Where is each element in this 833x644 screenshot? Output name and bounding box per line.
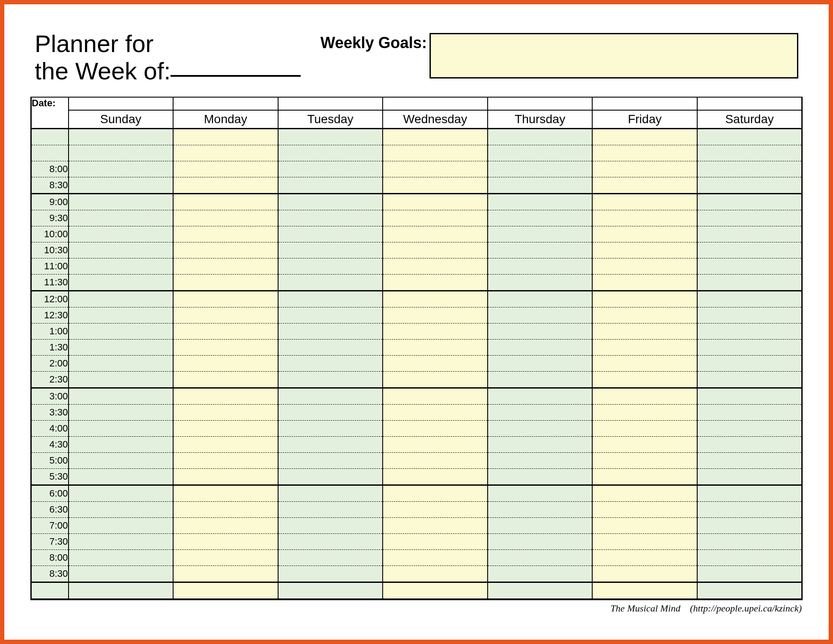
- planner-cell[interactable]: [278, 177, 383, 194]
- planner-cell[interactable]: [488, 324, 593, 340]
- planner-cell[interactable]: [592, 550, 697, 566]
- planner-cell[interactable]: [173, 210, 278, 226]
- planner-cell[interactable]: [383, 421, 488, 437]
- planner-cell[interactable]: [173, 582, 278, 600]
- planner-cell[interactable]: [69, 566, 174, 582]
- planner-cell[interactable]: [278, 582, 383, 600]
- planner-cell[interactable]: [383, 485, 488, 502]
- planner-cell[interactable]: [383, 145, 488, 161]
- planner-cell[interactable]: [383, 534, 488, 550]
- planner-cell[interactable]: [697, 145, 802, 161]
- planner-cell[interactable]: [173, 145, 278, 161]
- planner-cell[interactable]: [173, 275, 278, 291]
- planner-cell[interactable]: [383, 194, 488, 210]
- planner-cell[interactable]: [278, 518, 383, 534]
- planner-cell[interactable]: [278, 405, 383, 421]
- planner-cell[interactable]: [697, 210, 802, 226]
- planner-cell[interactable]: [697, 582, 802, 600]
- planner-cell[interactable]: [488, 242, 593, 258]
- planner-cell[interactable]: [488, 145, 593, 161]
- planner-cell[interactable]: [592, 324, 697, 340]
- planner-cell[interactable]: [592, 421, 697, 437]
- planner-cell[interactable]: [592, 405, 697, 421]
- planner-cell[interactable]: [278, 534, 383, 550]
- planner-cell[interactable]: [488, 356, 593, 372]
- planner-cell[interactable]: [383, 469, 488, 485]
- planner-cell[interactable]: [697, 177, 802, 194]
- planner-cell[interactable]: [697, 421, 802, 437]
- planner-cell[interactable]: [697, 405, 802, 421]
- planner-cell[interactable]: [278, 421, 383, 437]
- planner-cell[interactable]: [69, 226, 174, 242]
- planner-cell[interactable]: [69, 502, 174, 518]
- planner-cell[interactable]: [592, 388, 697, 405]
- planner-cell[interactable]: [383, 388, 488, 405]
- planner-cell[interactable]: [278, 550, 383, 566]
- planner-cell[interactable]: [383, 161, 488, 177]
- planner-cell[interactable]: [592, 437, 697, 453]
- planner-cell[interactable]: [278, 437, 383, 453]
- week-of-blank[interactable]: [171, 75, 301, 77]
- planner-cell[interactable]: [173, 177, 278, 194]
- planner-cell[interactable]: [697, 129, 802, 145]
- planner-cell[interactable]: [383, 356, 488, 372]
- planner-cell[interactable]: [383, 275, 488, 291]
- planner-cell[interactable]: [488, 388, 593, 405]
- planner-cell[interactable]: [173, 469, 278, 485]
- planner-cell[interactable]: [278, 566, 383, 582]
- planner-cell[interactable]: [69, 275, 174, 291]
- weekly-goals-input[interactable]: [430, 33, 798, 78]
- planner-cell[interactable]: [592, 129, 697, 145]
- planner-cell[interactable]: [383, 518, 488, 534]
- planner-cell[interactable]: [697, 518, 802, 534]
- planner-cell[interactable]: [592, 258, 697, 275]
- planner-cell[interactable]: [488, 485, 593, 502]
- planner-cell[interactable]: [697, 469, 802, 485]
- planner-cell[interactable]: [278, 242, 383, 258]
- planner-cell[interactable]: [697, 275, 802, 291]
- planner-cell[interactable]: [278, 469, 383, 485]
- planner-cell[interactable]: [383, 210, 488, 226]
- planner-cell[interactable]: [278, 258, 383, 275]
- planner-cell[interactable]: [488, 129, 593, 145]
- planner-cell[interactable]: [69, 307, 174, 324]
- planner-cell[interactable]: [173, 405, 278, 421]
- planner-cell[interactable]: [592, 210, 697, 226]
- planner-cell[interactable]: [488, 502, 593, 518]
- planner-cell[interactable]: [592, 194, 697, 210]
- planner-cell[interactable]: [173, 421, 278, 437]
- planner-cell[interactable]: [697, 291, 802, 307]
- planner-cell[interactable]: [69, 437, 174, 453]
- planner-cell[interactable]: [488, 177, 593, 194]
- planner-cell[interactable]: [278, 388, 383, 405]
- planner-cell[interactable]: [173, 356, 278, 372]
- planner-cell[interactable]: [592, 242, 697, 258]
- planner-cell[interactable]: [383, 566, 488, 582]
- planner-cell[interactable]: [697, 453, 802, 469]
- planner-cell[interactable]: [697, 340, 802, 356]
- planner-cell[interactable]: [173, 258, 278, 275]
- planner-cell[interactable]: [383, 177, 488, 194]
- planner-cell[interactable]: [69, 291, 174, 307]
- planner-cell[interactable]: [278, 372, 383, 388]
- planner-cell[interactable]: [69, 340, 174, 356]
- planner-cell[interactable]: [383, 307, 488, 324]
- planner-cell[interactable]: [488, 372, 593, 388]
- planner-cell[interactable]: [383, 226, 488, 242]
- planner-cell[interactable]: [592, 469, 697, 485]
- planner-cell[interactable]: [488, 194, 593, 210]
- planner-cell[interactable]: [278, 226, 383, 242]
- planner-cell[interactable]: [592, 226, 697, 242]
- planner-cell[interactable]: [278, 485, 383, 502]
- planner-cell[interactable]: [488, 582, 593, 600]
- planner-cell[interactable]: [69, 161, 174, 177]
- planner-cell[interactable]: [173, 161, 278, 177]
- planner-cell[interactable]: [592, 275, 697, 291]
- planner-cell[interactable]: [488, 161, 593, 177]
- planner-cell[interactable]: [69, 177, 174, 194]
- planner-cell[interactable]: [173, 388, 278, 405]
- planner-cell[interactable]: [697, 372, 802, 388]
- planner-cell[interactable]: [592, 356, 697, 372]
- planner-cell[interactable]: [69, 210, 174, 226]
- planner-cell[interactable]: [488, 566, 593, 582]
